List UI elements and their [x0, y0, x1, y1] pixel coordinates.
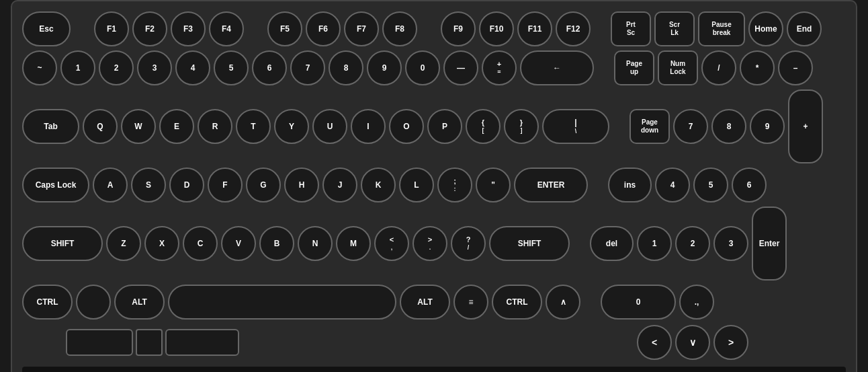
- key-f9[interactable]: F9: [441, 11, 476, 46]
- key-pause[interactable]: Pausebreak: [698, 11, 745, 46]
- key-menu[interactable]: ≡: [453, 285, 488, 320]
- key-num1[interactable]: 1: [637, 226, 672, 261]
- key-num0[interactable]: 0: [601, 285, 676, 320]
- key-num5[interactable]: 5: [693, 168, 728, 202]
- key-i[interactable]: I: [351, 109, 386, 144]
- key-comma[interactable]: <,: [374, 226, 409, 261]
- key-l[interactable]: L: [399, 168, 434, 202]
- key-ctrl-left[interactable]: CTRL: [22, 285, 73, 320]
- key-backslash[interactable]: |\: [542, 109, 609, 144]
- key-enter[interactable]: ENTER: [514, 168, 588, 202]
- key-f6[interactable]: F6: [306, 11, 341, 46]
- key-arrow-right[interactable]: >: [713, 325, 748, 360]
- key-alt-right[interactable]: ALT: [400, 285, 450, 320]
- key-f[interactable]: F: [208, 168, 243, 202]
- key-f1[interactable]: F1: [94, 11, 129, 46]
- key-esc[interactable]: Esc: [22, 11, 71, 46]
- key-6[interactable]: 6: [252, 50, 287, 85]
- key-v[interactable]: V: [221, 226, 256, 261]
- key-space[interactable]: [168, 285, 396, 320]
- key-num4[interactable]: 4: [655, 168, 690, 202]
- key-0[interactable]: 0: [405, 50, 440, 85]
- key-tab[interactable]: Tab: [22, 109, 79, 144]
- key-e[interactable]: E: [159, 109, 194, 144]
- key-z[interactable]: Z: [106, 226, 141, 261]
- key-quote[interactable]: ": [476, 168, 511, 202]
- key-lbracket[interactable]: {[: [466, 109, 501, 144]
- key-arrow-left[interactable]: <: [637, 325, 672, 360]
- key-ins[interactable]: ins: [608, 168, 652, 202]
- key-numslash[interactable]: /: [701, 50, 736, 85]
- key-x[interactable]: X: [144, 226, 179, 261]
- key-2[interactable]: 2: [99, 50, 134, 85]
- key-win[interactable]: [76, 285, 111, 320]
- key-w[interactable]: W: [121, 109, 156, 144]
- key-numlock[interactable]: NumLock: [658, 50, 698, 85]
- key-period[interactable]: >.: [413, 226, 447, 261]
- key-f11[interactable]: F11: [517, 11, 552, 46]
- key-tilde[interactable]: ~: [22, 50, 57, 85]
- key-g[interactable]: G: [246, 168, 281, 202]
- key-alt-left[interactable]: ALT: [114, 285, 165, 320]
- key-arrow-down[interactable]: ∨: [675, 325, 710, 360]
- key-a[interactable]: A: [93, 168, 128, 202]
- key-scrlk[interactable]: ScrLk: [654, 11, 695, 46]
- key-del[interactable]: del: [590, 226, 634, 261]
- key-num7[interactable]: 7: [673, 109, 708, 144]
- key-shift-left[interactable]: SHIFT: [22, 226, 103, 261]
- key-f10[interactable]: F10: [479, 11, 514, 46]
- key-9[interactable]: 9: [367, 50, 402, 85]
- key-y[interactable]: Y: [274, 109, 309, 144]
- key-f7[interactable]: F7: [344, 11, 379, 46]
- key-numminus[interactable]: –: [778, 50, 813, 85]
- key-semicolon[interactable]: ;:: [437, 168, 472, 202]
- key-slash[interactable]: ?/: [451, 226, 486, 261]
- key-f2[interactable]: F2: [132, 11, 167, 46]
- key-num6[interactable]: 6: [732, 168, 767, 202]
- key-k[interactable]: K: [361, 168, 396, 202]
- key-numenter[interactable]: Enter: [752, 207, 787, 281]
- key-shift-right[interactable]: SHIFT: [489, 226, 570, 261]
- key-s[interactable]: S: [131, 168, 166, 202]
- key-num3[interactable]: 3: [713, 226, 748, 261]
- key-numplus[interactable]: +: [788, 89, 823, 163]
- key-prtsc[interactable]: PrtSc: [611, 11, 651, 46]
- key-backspace[interactable]: ←: [520, 50, 594, 85]
- key-8[interactable]: 8: [329, 50, 363, 85]
- key-num9[interactable]: 9: [750, 109, 785, 144]
- key-3[interactable]: 3: [137, 50, 172, 85]
- key-rbracket[interactable]: }]: [504, 109, 539, 144]
- key-u[interactable]: U: [312, 109, 347, 144]
- key-capslock[interactable]: Caps Lock: [22, 168, 89, 202]
- key-7[interactable]: 7: [290, 50, 325, 85]
- key-pageup[interactable]: Pageup: [614, 50, 654, 85]
- key-q[interactable]: Q: [83, 109, 118, 144]
- key-n[interactable]: N: [298, 226, 333, 261]
- key-r[interactable]: R: [198, 109, 232, 144]
- key-j[interactable]: J: [322, 168, 357, 202]
- key-numstar[interactable]: *: [740, 50, 775, 85]
- key-numdot[interactable]: .,: [679, 285, 714, 320]
- key-m[interactable]: M: [336, 226, 371, 261]
- key-o[interactable]: O: [389, 109, 424, 144]
- key-num2[interactable]: 2: [675, 226, 710, 261]
- trackpad-left-button[interactable]: [66, 329, 133, 356]
- key-c[interactable]: C: [183, 226, 218, 261]
- key-t[interactable]: T: [236, 109, 271, 144]
- key-pagedown[interactable]: Pagedown: [630, 109, 670, 144]
- trackpad-middle-button[interactable]: [136, 329, 163, 356]
- trackpad-right-button[interactable]: [165, 329, 239, 356]
- key-home[interactable]: Home: [748, 11, 783, 46]
- key-minus[interactable]: —: [443, 50, 478, 85]
- key-1[interactable]: 1: [60, 50, 95, 85]
- key-h[interactable]: H: [284, 168, 319, 202]
- key-b[interactable]: B: [259, 226, 294, 261]
- key-f12[interactable]: F12: [556, 11, 591, 46]
- key-ctrl-right[interactable]: CTRL: [492, 285, 542, 320]
- key-5[interactable]: 5: [214, 50, 249, 85]
- key-4[interactable]: 4: [175, 50, 210, 85]
- key-num8[interactable]: 8: [711, 109, 746, 144]
- key-f5[interactable]: F5: [267, 11, 302, 46]
- key-p[interactable]: P: [427, 109, 462, 144]
- key-end[interactable]: End: [787, 11, 822, 46]
